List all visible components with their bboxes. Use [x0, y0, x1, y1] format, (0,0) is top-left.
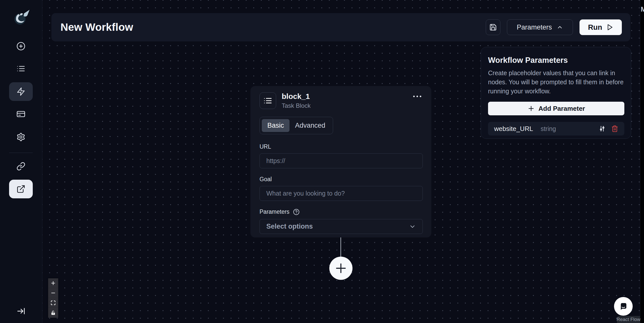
sidebar-item-create[interactable]	[9, 37, 33, 56]
chevron-up-icon	[557, 24, 563, 31]
list-icon	[263, 96, 272, 105]
node-tabs: Basic Advanced	[260, 117, 333, 134]
sidebar-item-runs[interactable]	[9, 59, 33, 78]
sidebar-item-integrations[interactable]	[9, 157, 33, 176]
header-actions: Parameters Run	[486, 19, 622, 35]
add-parameter-button[interactable]: Add Parameter	[488, 102, 624, 115]
node-header: block_1 Task Block	[260, 92, 422, 109]
list-icon	[16, 64, 25, 73]
add-block-button[interactable]	[329, 257, 352, 280]
credit-card-icon	[16, 110, 25, 119]
react-flow-attribution-label: React Flow	[617, 317, 640, 322]
add-parameter-label: Add Parameter	[538, 105, 585, 113]
sidebar-item-external[interactable]	[9, 180, 33, 198]
save-icon	[489, 23, 497, 31]
tab-basic[interactable]: Basic	[262, 119, 289, 132]
zoom-out-button[interactable]	[48, 288, 58, 298]
zoom-in-button[interactable]	[48, 278, 58, 288]
node-titles: block_1 Task Block	[282, 92, 413, 109]
sidebar-item-workflows[interactable]	[9, 82, 33, 101]
workflow-parameters-panel: Workflow Parameters Create placeholder v…	[481, 47, 631, 139]
sidebar-expand-button[interactable]	[13, 304, 29, 318]
plus-icon	[527, 105, 535, 112]
parameter-name: website_URL	[494, 125, 533, 133]
edit-parameter-icon[interactable]	[599, 125, 606, 132]
fit-view-icon	[50, 300, 56, 306]
run-button-label: Run	[588, 23, 602, 32]
react-flow-attribution[interactable]: React Flow	[617, 316, 640, 323]
panel-title: Workflow Parameters	[488, 56, 624, 65]
parameters-select-value: Select options	[266, 223, 313, 230]
goal-input[interactable]	[260, 186, 423, 201]
clipped-edge-text: M	[641, 6, 644, 13]
window-edge-strip: M	[640, 0, 644, 323]
parameters-label-text: Parameters	[260, 208, 289, 215]
plus-circle-icon	[16, 42, 25, 51]
run-button[interactable]: Run	[579, 19, 622, 35]
plus-icon	[50, 280, 56, 286]
parameter-type: string	[541, 125, 556, 132]
parameter-row[interactable]: website_URL string	[488, 122, 624, 136]
canvas-controls	[48, 278, 58, 318]
lock-button[interactable]	[48, 308, 58, 318]
url-label-text: URL	[260, 143, 271, 150]
task-block-icon-box	[260, 92, 276, 109]
delete-parameter-icon[interactable]	[611, 125, 618, 132]
task-block-node[interactable]: block_1 Task Block Basic Advanced URL Go…	[250, 86, 431, 237]
sidebar-item-credentials[interactable]	[9, 105, 33, 123]
minus-icon	[50, 290, 56, 296]
more-options-icon[interactable]	[413, 96, 421, 97]
save-button[interactable]	[486, 19, 500, 35]
plus-icon	[334, 262, 347, 275]
sidebar-item-settings[interactable]	[9, 128, 33, 146]
goal-label: Goal	[260, 176, 422, 183]
app-sidebar	[0, 0, 42, 323]
goal-label-text: Goal	[260, 176, 272, 183]
external-link-icon	[16, 184, 25, 194]
fit-view-button[interactable]	[48, 298, 58, 308]
panel-description: Create placeholder values that you can l…	[488, 68, 624, 96]
page-title[interactable]: New Workflow	[60, 21, 133, 33]
unlock-icon	[50, 310, 56, 316]
skyvern-logo[interactable]	[11, 7, 31, 28]
link-icon	[16, 162, 25, 171]
node-edge	[340, 237, 341, 257]
gear-icon	[16, 132, 25, 142]
lightning-icon	[16, 87, 25, 96]
parameters-button-label: Parameters	[517, 23, 552, 31]
parameters-label: Parameters	[260, 208, 422, 215]
parameter-actions	[599, 125, 618, 132]
chat-launcher-button[interactable]	[614, 297, 633, 316]
sidebar-divider	[9, 153, 33, 153]
arrow-right-to-line-icon	[16, 306, 26, 316]
tab-advanced[interactable]: Advanced	[289, 119, 331, 132]
node-subtitle: Task Block	[282, 102, 413, 109]
help-circle-icon[interactable]	[293, 209, 300, 215]
parameters-select[interactable]: Select options	[260, 219, 423, 234]
chat-bubble-icon	[618, 301, 628, 311]
chevron-down-icon	[409, 223, 416, 230]
node-title[interactable]: block_1	[282, 92, 413, 101]
url-input[interactable]	[260, 153, 423, 168]
url-label: URL	[260, 143, 422, 150]
workflow-header: New Workflow Parameters Run	[51, 13, 630, 41]
parameters-button[interactable]: Parameters	[507, 19, 573, 35]
play-icon	[606, 24, 613, 31]
